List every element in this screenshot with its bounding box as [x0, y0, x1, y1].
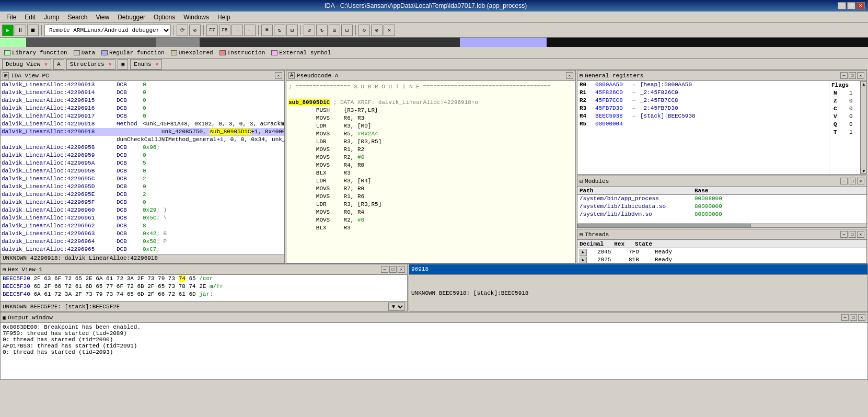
scroll-down-arrow[interactable]: ▼ [861, 168, 866, 174]
module-1-base: 00008000 [695, 195, 722, 203]
modules-scroll-thumb[interactable] [577, 224, 751, 227]
tb-btn-8[interactable]: ↻ [274, 25, 285, 36]
threads-close[interactable]: ✕ [857, 231, 864, 238]
output-restore[interactable]: □ [850, 314, 857, 321]
tb-btn-13[interactable]: ⊟ [341, 25, 353, 36]
menu-jump[interactable]: Jump [40, 13, 63, 22]
debug-view-close[interactable]: ✕ [44, 61, 48, 67]
ida-view-content[interactable]: dalvik_LinearAlloc:42296913 DCB 0 dalvik… [1, 81, 284, 254]
tb-btn-7[interactable]: ≡ [261, 25, 273, 36]
reg-R5: R5 00000004 [577, 120, 829, 128]
hex-content[interactable]: BEEC5F20 2F 63 6F 72 65 2E 6A 61 72 3A 2… [1, 275, 407, 301]
menu-file[interactable]: File [2, 13, 20, 22]
thread-row-2[interactable]: ▶ 2075 81B Ready [577, 256, 866, 263]
module-2-base: 80000000 [695, 203, 722, 211]
output-content[interactable]: 0x8083DE00: Breakpoint has been enabled.… [1, 323, 867, 379]
output-line-1: 0x8083DE00: Breakpoint has been enabled. [3, 324, 865, 330]
modules-minimize[interactable]: ─ [840, 178, 848, 184]
tb-btn-5[interactable]: → [232, 25, 243, 36]
threads-list: ▶ 2045 7FD Ready ▶ 2075 81B Ready ▶ 2076… [577, 248, 866, 263]
debugger-select[interactable]: Remote ARMLinux/Android debugger [44, 25, 171, 36]
tb-btn-10[interactable]: ↺ [304, 25, 315, 36]
tb-btn-6[interactable]: ← [244, 25, 256, 36]
legend-label-external: External symbol [279, 50, 331, 56]
hex-dropdown[interactable]: ▼ [388, 303, 405, 311]
reg-scrollbar[interactable]: ▲ ▼ [860, 81, 866, 174]
modules-restore[interactable]: □ [849, 178, 856, 184]
stop-button[interactable]: ⏹ [27, 25, 39, 36]
tab-icon-a[interactable]: A [53, 59, 64, 70]
module-row-1[interactable]: /system/bin/app_process 00008000 [577, 195, 866, 203]
menu-search[interactable]: Search [63, 13, 91, 22]
pseudocode-content[interactable]: ; ================ S U B R O U T I N E =… [286, 81, 575, 263]
pseudo-line-8: MOVS R1, R2 [286, 146, 575, 154]
tb-btn-4[interactable]: F8 [219, 25, 230, 36]
threads-minimize[interactable]: ─ [840, 231, 848, 238]
tb-btn-14[interactable]: ⊕ [358, 25, 370, 36]
pseudo-line-6: MOVS R5, #0x2A4 [286, 130, 575, 138]
tb-btn-16[interactable]: ✕ [384, 25, 395, 36]
bottom-right: 96918 UNKNOWN BEEC5918: [stack]:BEEC5918 [409, 264, 868, 312]
data-segment [156, 38, 200, 47]
menu-options[interactable]: Options [149, 13, 179, 22]
reg-minimize[interactable]: ─ [840, 72, 848, 79]
threads-restore[interactable]: □ [849, 231, 856, 238]
pseudocode-close[interactable]: ✕ [566, 72, 573, 79]
menu-view[interactable]: View [91, 13, 113, 22]
output-line-5: 0: thread has started (tid=2093) [3, 349, 865, 355]
output-close[interactable]: ✕ [858, 314, 865, 321]
tab-debug-view[interactable]: Debug View ✕ [2, 59, 51, 70]
pseudo-line-sub: sub_80905D1C ; DATA XREF: dalvik_LinearA… [286, 99, 575, 107]
legend-color-regular [101, 50, 108, 55]
close-button[interactable]: ✕ [857, 2, 865, 9]
tab-enums[interactable]: Enums ✕ [130, 59, 162, 70]
play-button[interactable]: ▶ [2, 25, 14, 36]
tb-btn-2[interactable]: ⊘ [189, 25, 201, 36]
restore-button[interactable]: □ [847, 2, 855, 9]
asm-line-7: dalvik_LinearAlloc:42296918 unk_42085750… [1, 128, 284, 136]
hex-restore[interactable]: □ [389, 266, 397, 273]
hex-close[interactable]: ✕ [398, 266, 405, 273]
menu-debugger[interactable]: Debugger [113, 13, 149, 22]
modules-close[interactable]: ✕ [857, 178, 864, 184]
tb-btn-15[interactable]: ⊗ [371, 25, 383, 36]
binary-overview[interactable] [0, 38, 868, 47]
tab-structures[interactable]: Structures ✕ [66, 59, 115, 70]
tab-icon-b[interactable]: ▣ [118, 59, 129, 70]
modules-scrollbar-h[interactable] [577, 223, 866, 227]
tb-btn-3[interactable]: F7 [206, 25, 218, 36]
reg-restore[interactable]: □ [849, 72, 856, 79]
ida-view-close[interactable]: ✕ [275, 72, 282, 79]
reg-close[interactable]: ✕ [857, 72, 864, 79]
minimize-button[interactable]: ─ [838, 2, 846, 9]
module-row-3[interactable]: /system/lib/libdvm.so 80800000 [577, 211, 866, 218]
menu-help[interactable]: Help [213, 13, 235, 22]
module-row-2[interactable]: /system/lib/libicudata.so 80000000 [577, 203, 866, 211]
pseudo-line-blank [286, 91, 575, 99]
menu-edit[interactable]: Edit [20, 13, 40, 22]
reg-header-btns: ─ □ ✕ [840, 72, 864, 79]
tb-btn-1[interactable]: ⟳ [177, 25, 188, 36]
thread-row-1[interactable]: ▶ 2045 7FD Ready [577, 248, 866, 256]
tb-btn-12[interactable]: ⊞ [329, 25, 340, 36]
output-minimize[interactable]: ─ [841, 314, 849, 321]
output-header: ▣ Output window ─ □ ✕ [1, 312, 867, 323]
legend-color-instruction [219, 50, 226, 55]
output-title: Output window [8, 315, 53, 321]
menu-windows[interactable]: Windows [179, 13, 213, 22]
hex-minimize[interactable]: ─ [381, 266, 388, 273]
pause-button[interactable]: ⏸ [15, 25, 26, 36]
asm-line-12: dalvik_LinearAlloc:4229695B DCB 0 [1, 167, 284, 175]
pseudo-line-11: BLX R3 [286, 169, 575, 177]
tb-btn-9[interactable]: ⊞ [286, 25, 298, 36]
title-bar-controls[interactable]: ─ □ ✕ [838, 2, 865, 9]
structures-close[interactable]: ✕ [109, 61, 112, 67]
pseudo-line-5: LDR R3, [R0] [286, 122, 575, 130]
scroll-up-arrow[interactable]: ▲ [861, 81, 866, 87]
enums-close[interactable]: ✕ [155, 61, 158, 67]
reg-R2: R2 45FB7CC8 → _2:45FB7CC8 [577, 97, 829, 105]
legend-external: External symbol [271, 50, 331, 56]
threads-panel: ⊞ Threads ─ □ ✕ Decimal Hex State ▶ 2045… [577, 229, 867, 263]
hex-header-btns: ─ □ ✕ [381, 266, 405, 273]
tb-btn-11[interactable]: ↻ [316, 25, 328, 36]
